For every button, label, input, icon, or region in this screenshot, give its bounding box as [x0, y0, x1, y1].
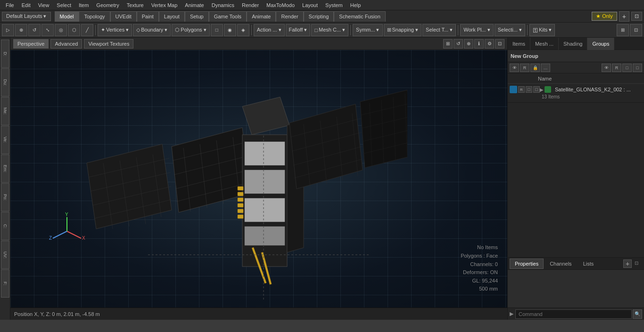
menu-texture[interactable]: Texture: [123, 1, 148, 9]
groups-list[interactable]: R □ □ ▶ Satellite_GLONASS_K2_002 : ... 1…: [508, 84, 644, 257]
layouts-dropdown[interactable]: Default Layouts ▾: [2, 12, 51, 21]
sidebar-tab-du[interactable]: Du:: [1, 68, 9, 97]
group-row-satellite[interactable]: R □ □ ▶ Satellite_GLONASS_K2_002 : ... 1…: [508, 84, 644, 103]
menu-select[interactable]: Select: [53, 1, 75, 9]
menu-item[interactable]: Item: [75, 1, 92, 9]
viewport-tab-textures[interactable]: Viewport Textures: [84, 39, 133, 49]
menu-dynamics[interactable]: Dynamics: [208, 1, 238, 9]
tool-extra1[interactable]: □: [211, 24, 223, 36]
sidebar-tab-uv[interactable]: UV:: [1, 241, 9, 269]
tab-gametools[interactable]: Game Tools: [209, 11, 247, 22]
tab-animate[interactable]: Animate: [247, 11, 276, 22]
sidebar-tab-me[interactable]: Me:: [1, 97, 9, 125]
command-input[interactable]: [515, 309, 632, 319]
rp-tab-groups[interactable]: Groups: [587, 38, 614, 50]
maximize-workspace-btn[interactable]: ⊡: [631, 12, 642, 21]
viewport-expand-btn[interactable]: ⊡: [495, 39, 504, 49]
sidebar-tab-c[interactable]: C:: [1, 212, 9, 240]
viewport-tab-advanced[interactable]: Advanced: [50, 39, 82, 49]
viewport-settings-btn[interactable]: ⚙: [485, 39, 494, 49]
sidebar-tab-po[interactable]: Po:: [1, 183, 9, 211]
visibility-icon[interactable]: [510, 86, 517, 93]
gt-cb2-btn[interactable]: □: [633, 64, 642, 72]
sidebar-tab-d[interactable]: D:: [1, 40, 9, 68]
row-render-icon[interactable]: R: [518, 86, 525, 93]
menu-view[interactable]: View: [34, 1, 53, 9]
gt-eye2-btn[interactable]: 👁: [602, 64, 611, 72]
prop-tab-channels[interactable]: Channels: [545, 259, 577, 269]
tab-topology[interactable]: Topology: [79, 11, 110, 22]
snapping-dropdown[interactable]: ⊞ Snapping ▾: [384, 24, 422, 36]
kits-dropdown[interactable]: ⚿ Kits ▾: [529, 24, 555, 36]
tool-element[interactable]: ◎: [55, 24, 67, 36]
props-add-btn[interactable]: +: [623, 259, 632, 268]
tool-extra3[interactable]: ◈: [237, 24, 249, 36]
tab-layout[interactable]: Layout: [159, 11, 185, 22]
tab-scripting[interactable]: Scripting: [304, 11, 334, 22]
menu-animate[interactable]: Animate: [181, 1, 207, 9]
polygons-dropdown[interactable]: ⬡ Polygons ▾: [172, 24, 209, 36]
viewport-fit-btn[interactable]: ⊞: [443, 39, 453, 49]
menu-system[interactable]: System: [322, 1, 347, 9]
gt-eye-btn[interactable]: 👁: [510, 64, 519, 72]
tab-uvedit[interactable]: UVEdit: [110, 11, 137, 22]
rp-tab-items[interactable]: Items: [508, 38, 530, 50]
rp-tab-shading[interactable]: Shading: [559, 38, 587, 50]
falloff-dropdown[interactable]: Falloff ▾: [286, 24, 311, 36]
tool-rotate[interactable]: ↺: [28, 24, 41, 36]
menu-layout[interactable]: Layout: [298, 1, 322, 9]
menu-vertex-map[interactable]: Vertex Map: [148, 1, 182, 9]
cmd-search-btn[interactable]: 🔍: [633, 309, 642, 319]
row-expand-arrow[interactable]: ▶: [540, 87, 544, 92]
tab-schematic-fusion[interactable]: Schematic Fusion: [334, 11, 385, 22]
tool-transform[interactable]: ⊕: [15, 24, 27, 36]
menu-edit[interactable]: Edit: [18, 1, 34, 9]
3d-viewport[interactable]: X Y Z No Items Polygons : Face Channels:…: [10, 50, 507, 308]
snap-rotate-btn[interactable]: ⊞: [617, 24, 629, 36]
boundary-dropdown[interactable]: ◇ Boundary ▾: [133, 24, 171, 36]
prop-tab-properties[interactable]: Properties: [510, 259, 544, 269]
tool-polygon[interactable]: ⬡: [68, 24, 80, 36]
rp-tab-mesh[interactable]: Mesh ...: [530, 38, 559, 50]
sidebar-tab-f[interactable]: F:: [1, 269, 9, 298]
viewport-tab-perspective[interactable]: Perspective: [13, 39, 49, 49]
row-cb2-icon[interactable]: □: [533, 86, 540, 93]
prop-tab-lists[interactable]: Lists: [578, 259, 599, 269]
tool-select[interactable]: ▷: [2, 24, 14, 36]
menu-maxtomodo[interactable]: MaxToModo: [263, 1, 298, 9]
viewport-zoom-in-btn[interactable]: ⊕: [464, 39, 473, 49]
menu-file[interactable]: File: [2, 1, 18, 9]
menu-help[interactable]: Help: [347, 1, 365, 9]
mesh-dropdown[interactable]: □ Mesh C... ▾: [311, 24, 348, 36]
groups-sub-count: 13 Items: [510, 93, 561, 100]
menu-render[interactable]: Render: [238, 1, 263, 9]
gt-cb1-btn[interactable]: □: [622, 64, 632, 72]
tab-render[interactable]: Render: [276, 11, 303, 22]
sidebar-tab-ve[interactable]: Ve:: [1, 126, 9, 154]
vertices-dropdown[interactable]: ✦ Vertices ▾: [98, 24, 132, 36]
workplane-dropdown[interactable]: Work Pl... ▾: [460, 24, 494, 36]
tool-extra2[interactable]: ◉: [224, 24, 236, 36]
menu-geometry[interactable]: Geometry: [92, 1, 123, 9]
tab-setup[interactable]: Setup: [185, 11, 209, 22]
gt-lock-btn[interactable]: 🔒: [530, 64, 540, 72]
select-dropdown[interactable]: Select T... ▾: [422, 24, 456, 36]
tab-paint[interactable]: Paint: [137, 11, 159, 22]
symm-dropdown[interactable]: Symm... ▾: [353, 24, 382, 36]
gt-extra-btn[interactable]: …: [541, 64, 550, 72]
tool-scale[interactable]: ⤡: [41, 24, 54, 36]
row-cb1-icon[interactable]: □: [526, 86, 532, 93]
action-dropdown[interactable]: Action ... ▾: [254, 24, 285, 36]
tab-model[interactable]: Model: [55, 11, 79, 22]
gt-r2-btn[interactable]: R: [612, 64, 621, 72]
tool-edge[interactable]: ╱: [81, 24, 93, 36]
add-workspace-btn[interactable]: +: [619, 11, 629, 22]
sidebar-tab-em[interactable]: Em:: [1, 154, 9, 183]
gt-render-btn[interactable]: R: [520, 64, 529, 72]
props-expand-btn[interactable]: ⊡: [633, 259, 640, 267]
selection-dropdown[interactable]: Selecti... ▾: [495, 24, 525, 36]
viewport-maximize-btn[interactable]: ⊡: [630, 24, 642, 36]
viewport-reset-btn[interactable]: ↺: [454, 39, 463, 49]
star-only-btn[interactable]: ★ Only: [592, 12, 617, 21]
viewport-info-btn[interactable]: ℹ: [474, 39, 484, 49]
